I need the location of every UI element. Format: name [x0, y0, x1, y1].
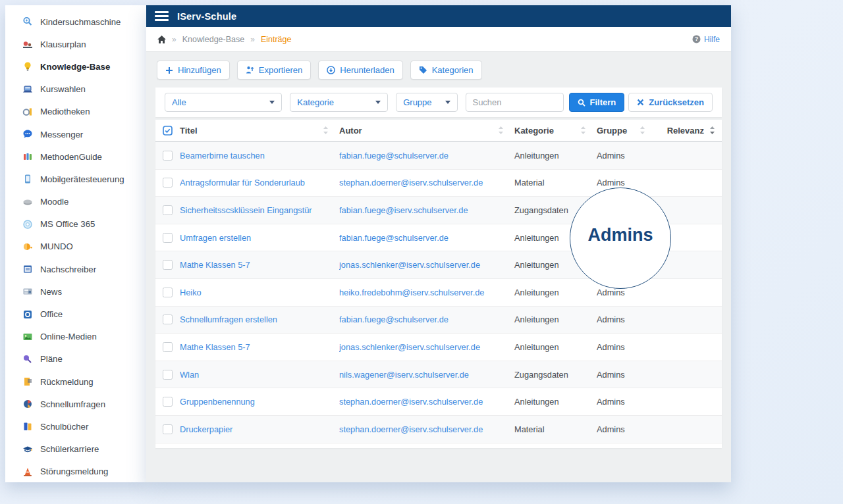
- column-header-relevanz[interactable]: Relevanz: [656, 126, 722, 136]
- sidebar-item-moodle[interactable]: Moodle: [5, 191, 146, 213]
- sidebar-item-label: Knowledge-Base: [40, 62, 110, 72]
- sidebar-item-online-medien[interactable]: Online-Medien: [5, 326, 146, 348]
- sidebar-item-label: Rückmeldung: [40, 377, 94, 387]
- filter-button[interactable]: Filtern: [569, 93, 624, 112]
- entry-title-link[interactable]: Sicherheitsscsklüssein Eingangstür: [180, 205, 339, 215]
- table-row: Gruppenbenennungstephan.doerner@iserv.sc…: [155, 388, 722, 416]
- alle-filter-select[interactable]: Alle: [165, 93, 282, 112]
- column-header-autor[interactable]: Autor: [339, 126, 514, 136]
- search-input[interactable]: [466, 93, 564, 112]
- entry-author-link[interactable]: fabian.fuege@iserv.schulserver.de: [339, 205, 514, 215]
- entry-group: Admins: [597, 342, 656, 352]
- entry-author-link[interactable]: heiko.fredebohm@iserv.schulserver.de: [339, 288, 514, 297]
- table-row: Fritz.Box.schulserver.defabian.fuege@sch…: [155, 443, 722, 448]
- select-all-checkbox[interactable]: [155, 126, 180, 136]
- sidebar-item-methodenguide[interactable]: MethodenGuide: [5, 145, 146, 168]
- entry-author-link[interactable]: fabian.fuege@schulserver.de: [339, 315, 514, 324]
- hamburger-menu-icon[interactable]: [155, 11, 169, 21]
- entry-author-link[interactable]: jonas.schlenker@iserv.schulserver.de: [339, 342, 514, 352]
- sidebar-item-st-rungsmeldung[interactable]: Störungsmeldung: [5, 461, 146, 483]
- row-checkbox[interactable]: [163, 151, 173, 161]
- caret-down-icon: [445, 101, 450, 104]
- sort-icon: [639, 126, 645, 134]
- sidebar-item-pl-ne[interactable]: Pläne: [5, 348, 146, 370]
- row-checkbox[interactable]: [163, 260, 173, 270]
- sidebar-item-r-ckmeldung[interactable]: Rückmeldung: [5, 370, 146, 393]
- sidebar-item-label: Pläne: [40, 354, 63, 364]
- sidebar-item-label: Messenger: [40, 130, 83, 139]
- reset-button[interactable]: Zurücksetzen: [628, 93, 713, 112]
- entry-author-link[interactable]: stephan.doerner@iserv.schulserver.de: [339, 178, 514, 188]
- sidebar-item-label: Schnellumfragen: [40, 399, 105, 409]
- entry-author-link[interactable]: nils.wagener@iserv.schulserver.de: [339, 370, 514, 380]
- gruppe-filter-select[interactable]: Gruppe: [396, 93, 458, 112]
- row-checkbox[interactable]: [163, 178, 173, 188]
- sidebar-item-schulb-cher[interactable]: Schulbücher: [5, 415, 146, 438]
- entry-title-link[interactable]: Antragsformular für Sonderurlaub: [180, 178, 339, 188]
- entry-title-link[interactable]: Umfragen erstellen: [180, 233, 339, 243]
- entry-title-link[interactable]: Druckerpapier: [180, 424, 339, 434]
- entry-title-link[interactable]: Wlan: [180, 370, 339, 380]
- x-icon: [637, 99, 644, 106]
- sidebar-item-klausurplan[interactable]: Klausurplan: [5, 33, 146, 55]
- child-search-icon: [22, 16, 33, 27]
- sidebar-item-knowledge-base[interactable]: Knowledge-Base: [5, 55, 146, 78]
- graduation-cap-icon: [22, 444, 33, 455]
- feedback-icon: [22, 376, 33, 387]
- sidebar-item-label: Office: [40, 309, 63, 319]
- sidebar-item-ms-office-365[interactable]: MS Office 365: [5, 213, 146, 236]
- sidebar-item-mediotheken[interactable]: Mediotheken: [5, 101, 146, 123]
- sidebar-item-office[interactable]: Office: [5, 303, 146, 325]
- row-checkbox[interactable]: [163, 370, 173, 380]
- sidebar-item-sch-lerkarriere[interactable]: Schülerkarriere: [5, 438, 146, 461]
- sidebar-item-messenger[interactable]: Messenger: [5, 123, 146, 145]
- download-icon: [327, 66, 335, 74]
- row-checkbox[interactable]: [163, 233, 173, 243]
- entry-category: Material: [514, 424, 597, 434]
- table-body: Beamerbirne tauschenfabian.fuege@schulse…: [155, 142, 722, 448]
- row-checkbox[interactable]: [163, 342, 173, 352]
- entry-group: Admins: [597, 178, 656, 188]
- row-checkbox[interactable]: [163, 424, 173, 434]
- herunterladen-button[interactable]: Herunterladen: [318, 61, 402, 80]
- sidebar-item-nachschreiber[interactable]: Nachschreiber: [5, 258, 146, 280]
- kategorie-filter-select[interactable]: Kategorie: [290, 93, 388, 112]
- sidebar-item-kindersuchmaschine[interactable]: Kindersuchmaschine: [5, 11, 146, 33]
- entry-author-link[interactable]: fabian.fuege@schulserver.de: [339, 151, 514, 161]
- column-header-titel[interactable]: Titel: [180, 126, 339, 136]
- sidebar-item-kurswahlen[interactable]: Kurswahlen: [5, 78, 146, 101]
- row-checkbox[interactable]: [163, 288, 173, 297]
- filter-panel: AlleKategorieGruppe Filtern Zurücksetzen: [155, 88, 722, 117]
- entry-author-link[interactable]: jonas.schlenker@iserv.schulserver.de: [339, 260, 514, 270]
- sidebar-item-news[interactable]: News: [5, 280, 146, 303]
- entry-category: Anleitungen: [514, 151, 597, 161]
- entry-group: Admins: [597, 288, 656, 297]
- row-checkbox[interactable]: [163, 397, 173, 407]
- sidebar-item-mundo[interactable]: MUNDO: [5, 236, 146, 258]
- entry-group: Admins: [597, 151, 656, 161]
- lightbulb-icon: [22, 61, 33, 72]
- entry-author-link[interactable]: stephan.doerner@iserv.schulserver.de: [339, 397, 514, 407]
- home-icon[interactable]: [157, 36, 166, 43]
- hinzuf-gen-button[interactable]: Hinzufügen: [157, 61, 230, 80]
- sidebar-item-mobilger-testeuerung[interactable]: Mobilgerätesteuerung: [5, 168, 146, 190]
- column-header-kategorie[interactable]: Kategorie: [514, 126, 597, 136]
- exportieren-button[interactable]: Exportieren: [237, 61, 311, 80]
- entry-author-link[interactable]: stephan.doerner@iserv.schulserver.de: [339, 424, 514, 434]
- entry-title-link[interactable]: Mathe Klassen 5-7: [180, 342, 339, 352]
- entry-author-link[interactable]: fabian.fuege@schulserver.de: [339, 233, 514, 243]
- kategorien-button[interactable]: Kategorien: [410, 61, 482, 80]
- entry-title-link[interactable]: Mathe Klassen 5-7: [180, 260, 339, 270]
- row-checkbox[interactable]: [163, 205, 173, 215]
- sort-icon: [498, 126, 504, 134]
- help-link[interactable]: ? Hilfe: [692, 35, 720, 44]
- entry-title-link[interactable]: Gruppenbenennung: [180, 397, 339, 407]
- entry-title-link[interactable]: Beamerbirne tauschen: [180, 151, 339, 161]
- sidebar-item-schnellumfragen[interactable]: Schnellumfragen: [5, 393, 146, 415]
- table-row: Mathe Klassen 5-7jonas.schlenker@iserv.s…: [155, 334, 722, 361]
- breadcrumb-knowledge-base[interactable]: Knowledge-Base: [182, 35, 245, 44]
- row-checkbox[interactable]: [163, 315, 173, 324]
- column-header-gruppe[interactable]: Gruppe: [597, 126, 656, 136]
- entry-title-link[interactable]: Heiko: [180, 288, 339, 297]
- entry-title-link[interactable]: Schnellumfragen erstellen: [180, 315, 339, 324]
